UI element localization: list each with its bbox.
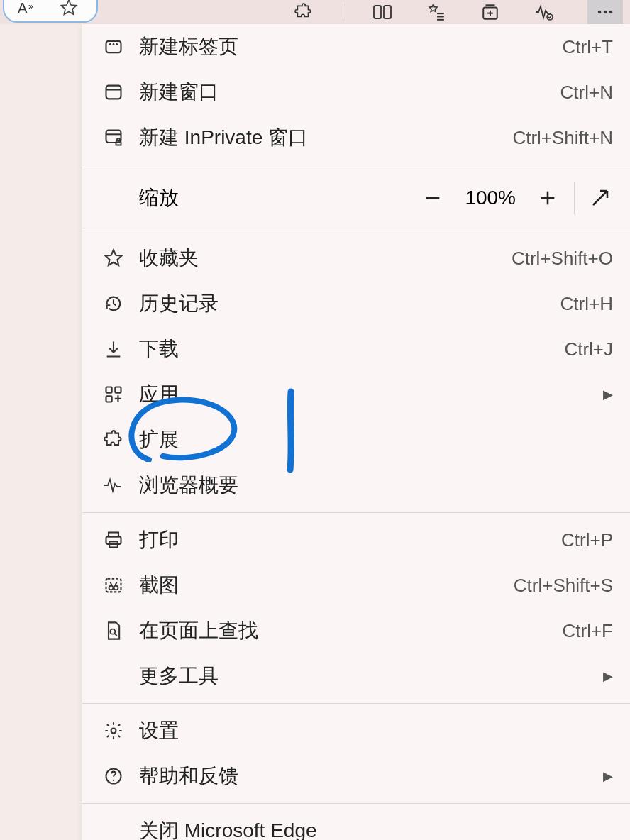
menu-label: 在页面上查找 — [128, 617, 563, 644]
svg-rect-28 — [115, 387, 121, 393]
svg-rect-31 — [106, 536, 121, 544]
menu-apps[interactable]: 应用 ▶ — [82, 372, 630, 417]
menu-label: 新建窗口 — [128, 79, 560, 106]
menu-print[interactable]: 打印 Ctrl+P — [82, 517, 630, 563]
zoom-in-button[interactable] — [526, 176, 570, 220]
menu-shortcut: Ctrl+T — [563, 36, 614, 58]
menu-divider — [82, 512, 630, 513]
menu-divider — [82, 703, 630, 704]
menu-history[interactable]: 历史记录 Ctrl+H — [82, 281, 630, 326]
submenu-chevron-icon: ▶ — [597, 768, 613, 784]
svg-point-38 — [111, 729, 116, 734]
menu-label: 关闭 Microsoft Edge — [128, 817, 613, 840]
menu-label: 应用 — [128, 381, 597, 408]
menu-browser-essentials[interactable]: 浏览器概要 — [82, 463, 630, 508]
menu-label: 收藏夹 — [128, 245, 512, 272]
menu-divider — [82, 803, 630, 804]
menu-more-tools[interactable]: 更多工具 ▶ — [82, 653, 630, 699]
text-size-icon[interactable]: A» — [17, 0, 38, 18]
svg-text:A: A — [18, 0, 28, 16]
downloads-icon — [99, 339, 128, 359]
menu-downloads[interactable]: 下载 Ctrl+J — [82, 326, 630, 372]
menu-shortcut: Ctrl+J — [564, 338, 613, 360]
menu-label: 截图 — [128, 572, 514, 599]
svg-point-18 — [116, 43, 118, 45]
address-bar-end: A» — [3, 0, 98, 23]
menu-shortcut: Ctrl+H — [560, 293, 613, 315]
menu-extensions[interactable]: 扩展 — [82, 417, 630, 463]
svg-point-40 — [113, 780, 114, 781]
zoom-value: 100% — [455, 187, 526, 209]
menu-label: 浏览器概要 — [128, 472, 613, 499]
svg-point-14 — [609, 11, 613, 14]
zoom-separator — [574, 182, 575, 214]
menu-divider — [82, 231, 630, 231]
svg-point-17 — [113, 43, 115, 45]
svg-text:»: » — [28, 1, 33, 11]
menu-label: 新建标签页 — [128, 33, 563, 60]
browser-essentials-icon — [99, 476, 128, 494]
svg-rect-15 — [106, 41, 121, 52]
new-window-icon — [99, 82, 128, 102]
svg-point-16 — [109, 43, 111, 45]
svg-point-35 — [114, 586, 118, 590]
svg-line-37 — [115, 634, 117, 636]
menu-screenshot[interactable]: 截图 Ctrl+Shift+S — [82, 563, 630, 608]
favorites-list-icon[interactable] — [426, 1, 447, 23]
menu-divider — [82, 165, 630, 165]
submenu-chevron-icon: ▶ — [597, 387, 613, 402]
menu-shortcut: Ctrl+Shift+S — [514, 575, 613, 597]
menu-shortcut: Ctrl+P — [561, 529, 613, 551]
settings-menu: 新建标签页 Ctrl+T 新建窗口 Ctrl+N 新建 InPrivate 窗口… — [82, 24, 630, 840]
menu-new-inprivate[interactable]: 新建 InPrivate 窗口 Ctrl+Shift+N — [82, 115, 630, 160]
extensions-icon[interactable] — [293, 1, 314, 23]
menu-shortcut: Ctrl+Shift+O — [512, 248, 613, 270]
toolbar-actions — [293, 0, 627, 24]
svg-rect-3 — [384, 6, 391, 18]
menu-shortcut: Ctrl+N — [560, 82, 613, 104]
menu-label: 历史记录 — [128, 290, 560, 317]
svg-rect-19 — [106, 86, 121, 99]
help-icon — [99, 766, 128, 786]
screenshot-icon — [99, 575, 128, 595]
settings-icon — [99, 721, 128, 741]
menu-label: 更多工具 — [128, 663, 597, 690]
print-icon — [99, 530, 128, 550]
more-menu-button[interactable] — [587, 0, 623, 24]
favorite-star-icon[interactable] — [58, 0, 79, 18]
performance-icon[interactable] — [534, 1, 555, 23]
new-tab-icon — [99, 37, 128, 57]
find-icon — [99, 621, 128, 641]
svg-point-12 — [598, 11, 602, 14]
menu-label: 帮助和反馈 — [128, 763, 597, 790]
inprivate-icon — [99, 128, 128, 148]
svg-point-36 — [110, 629, 115, 634]
menu-label: 扩展 — [128, 426, 613, 453]
split-screen-icon[interactable] — [372, 1, 393, 23]
menu-new-tab[interactable]: 新建标签页 Ctrl+T — [82, 24, 630, 70]
history-icon — [99, 294, 128, 314]
menu-zoom: 缩放 100% — [82, 170, 630, 226]
collections-icon[interactable] — [480, 1, 501, 23]
menu-new-window[interactable]: 新建窗口 Ctrl+N — [82, 70, 630, 115]
zoom-label: 缩放 — [99, 184, 179, 211]
menu-shortcut: Ctrl+Shift+N — [512, 127, 613, 149]
svg-rect-27 — [106, 387, 112, 393]
menu-find[interactable]: 在页面上查找 Ctrl+F — [82, 608, 630, 653]
menu-shortcut: Ctrl+F — [563, 620, 614, 642]
menu-help[interactable]: 帮助和反馈 ▶ — [82, 753, 630, 799]
zoom-out-button[interactable] — [411, 176, 455, 220]
menu-label: 下载 — [128, 336, 564, 363]
menu-close-edge[interactable]: 关闭 Microsoft Edge — [82, 808, 630, 840]
svg-point-34 — [109, 586, 114, 590]
menu-label: 新建 InPrivate 窗口 — [128, 124, 512, 151]
apps-icon — [99, 385, 128, 404]
extensions-menu-icon — [99, 430, 128, 450]
menu-settings[interactable]: 设置 — [82, 708, 630, 753]
submenu-chevron-icon: ▶ — [597, 668, 613, 684]
menu-favorites[interactable]: 收藏夹 Ctrl+Shift+O — [82, 236, 630, 281]
toolbar-separator — [343, 4, 343, 21]
svg-rect-33 — [106, 579, 121, 592]
fullscreen-button[interactable] — [579, 177, 621, 219]
browser-toolbar: A» — [0, 0, 630, 24]
